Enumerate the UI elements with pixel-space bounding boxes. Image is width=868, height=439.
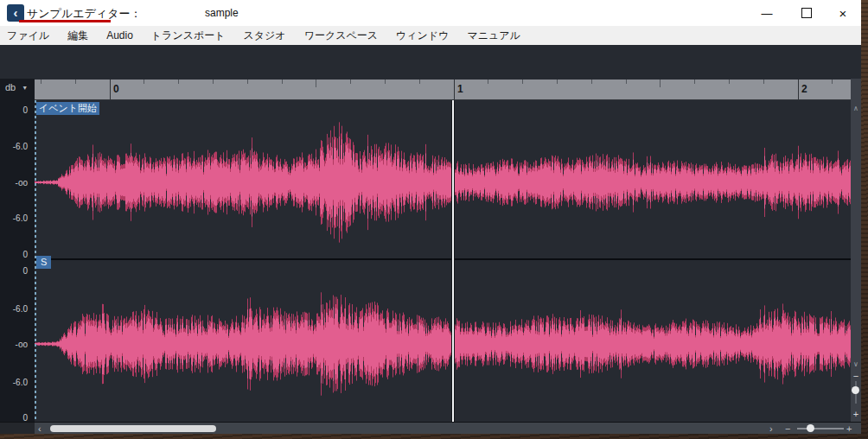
project-cursor[interactable] [451, 100, 455, 422]
minimize-icon: — [762, 7, 773, 20]
horizontal-zoom-thumb[interactable] [807, 424, 814, 432]
level-scale-column: db ▼ 0-6.0-oo-6.000-6.0-oo-6.00 [0, 79, 35, 422]
ruler-tick [419, 80, 420, 84]
snap-point-tag[interactable]: S [36, 256, 51, 269]
scale-label-ch2: -6.0 [13, 378, 28, 387]
horizontal-zoom-in-icon[interactable]: + [846, 423, 852, 434]
vertical-zoom-thumb[interactable] [852, 386, 859, 394]
waveform-area: イベント開始 S [35, 100, 851, 422]
ruler-tick [350, 80, 351, 84]
cubase-app-icon: ‹ [7, 4, 24, 22]
scroll-left-icon[interactable]: ‹ [38, 423, 41, 434]
ruler-tick [557, 80, 558, 84]
ruler-tick [75, 80, 76, 84]
ruler-tick [41, 80, 41, 84]
sample-editor-area: db ▼ 0-6.0-oo-6.000-6.0-oo-6.00 012 ▼ イベ… [0, 79, 861, 422]
event-start-tag[interactable]: イベント開始 [36, 102, 99, 115]
menu-item-7[interactable]: マニュアル [467, 29, 520, 43]
toolbar: S ▼ ▶ ↺ ◂ ↦ ▼ ✎ [0, 45, 861, 79]
ruler-tick [282, 80, 283, 84]
ruler-tick [832, 80, 833, 84]
scale-label-ch1: 0 [22, 250, 28, 259]
ruler-tick [488, 80, 488, 84]
ruler-tick [316, 80, 316, 87]
ruler-tick [247, 80, 248, 84]
menu-item-1[interactable]: 編集 [67, 29, 88, 43]
close-button[interactable]: × [825, 0, 861, 26]
chevron-down-icon: ▼ [22, 85, 28, 91]
ruler-bar-line [110, 80, 111, 100]
title-bar: ‹ サンプルエディター： sample — × [0, 0, 861, 26]
ruler-tick [178, 80, 179, 84]
vertical-scroll-column: ∧ ∨ − + [851, 79, 861, 422]
maximize-icon [801, 8, 812, 18]
ruler-tick [144, 80, 144, 84]
sample-editor-window: ‹ サンプルエディター： sample — × ファイル編集Audioトランスポ… [0, 0, 861, 434]
bottom-scroll-bar: ‹ › − + [0, 422, 861, 434]
ruler-bar-line [798, 80, 799, 100]
scale-label-ch2: -6.0 [13, 304, 28, 314]
menu-item-0[interactable]: ファイル [7, 29, 49, 43]
ruler-tick [729, 80, 730, 84]
db-label: db [5, 82, 16, 92]
ruler-tick [694, 80, 695, 84]
scale-label-ch1: -6.0 [13, 213, 28, 223]
scroll-right-icon[interactable]: › [769, 423, 773, 434]
ruler-tick [522, 80, 523, 84]
ruler-tick [626, 80, 627, 84]
ruler-bar-label: 0 [113, 83, 119, 95]
ruler-bar-line [454, 80, 455, 100]
scale-label-ch1: -6.0 [13, 142, 28, 151]
menu-item-6[interactable]: ウィンドウ [396, 29, 449, 43]
scale-label-ch2: 0 [22, 413, 28, 423]
waveform-display[interactable] [35, 100, 851, 422]
scale-label-ch1: 0 [22, 105, 28, 115]
menu-item-3[interactable]: トランスポート [151, 29, 226, 43]
horizontal-zoom-slider[interactable] [797, 428, 844, 429]
bottom-left-pad [0, 423, 35, 434]
vertical-zoom-out-icon[interactable]: − [851, 371, 861, 381]
ruler-tick [385, 80, 386, 84]
menu-bar: ファイル編集Audioトランスポートスタジオワークスペースウィンドウマニュアル [0, 26, 861, 45]
menu-item-2[interactable]: Audio [106, 29, 133, 41]
scroll-up-icon[interactable]: ∧ [851, 105, 861, 112]
ruler-tick [213, 80, 214, 84]
scale-label-ch2: 0 [22, 266, 28, 276]
menu-item-4[interactable]: スタジオ [244, 29, 286, 43]
scale-label-ch1: -oo [16, 178, 28, 188]
horizontal-scroll-thumb[interactable] [50, 425, 216, 432]
ruler-bar-label: 2 [801, 83, 807, 95]
ruler-tick [591, 80, 592, 84]
ruler-tick [660, 80, 661, 87]
ruler-bar-label: 1 [457, 83, 463, 95]
ruler-tick [763, 80, 764, 84]
close-icon: × [839, 6, 847, 21]
maximize-button[interactable] [788, 0, 825, 26]
desktop-background: { "window": { "title": "サンプルエディター：", "do… [0, 0, 868, 439]
timeline-ruler[interactable]: 012 [35, 80, 851, 100]
vertical-zoom-in-icon[interactable]: + [851, 409, 861, 419]
document-name: sample [205, 7, 239, 19]
scroll-down-icon[interactable]: ∨ [851, 360, 861, 368]
horizontal-zoom-out-icon[interactable]: − [785, 423, 790, 434]
menu-item-5[interactable]: ワークスペース [304, 29, 378, 43]
minimize-button[interactable]: — [749, 0, 785, 26]
level-scale-unit-menu[interactable]: db ▼ [5, 82, 28, 92]
scale-label-ch2: -oo [16, 340, 28, 349]
red-annotation-underline [19, 20, 111, 22]
